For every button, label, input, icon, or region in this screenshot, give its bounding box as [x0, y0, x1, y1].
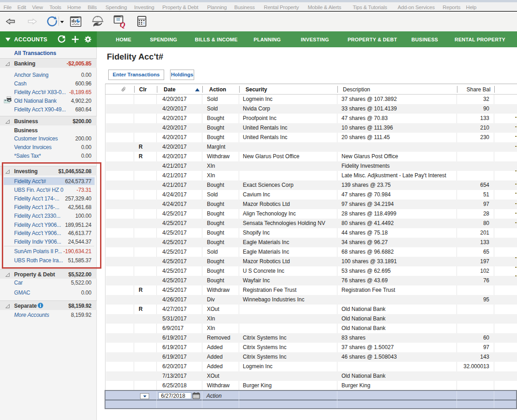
svg-text:Q: Q: [120, 20, 125, 29]
